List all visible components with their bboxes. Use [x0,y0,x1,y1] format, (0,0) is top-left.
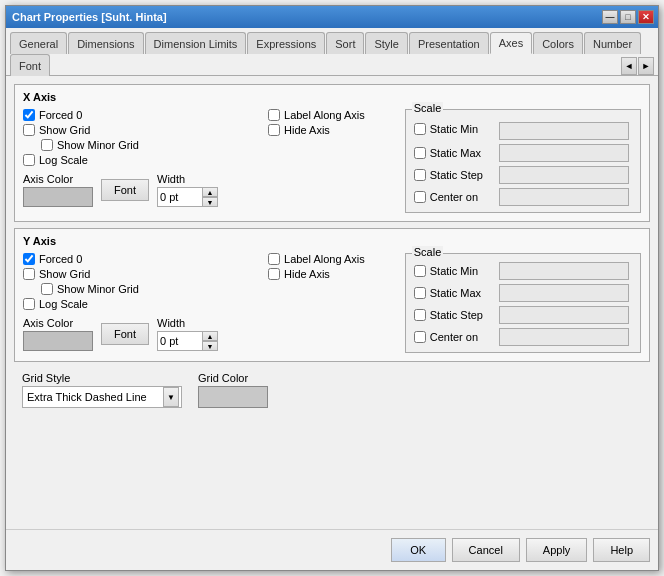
tab-presentation[interactable]: Presentation [409,32,489,54]
y-static-step-row: Static Step [414,306,632,324]
y-hide-axis-checkbox[interactable] [268,268,280,280]
x-center-on-label: Center on [430,191,495,203]
grid-style-section: Grid Style Extra Thick Dashed Line ▼ [22,372,182,408]
x-width-spinner: ▲ ▼ [202,187,218,207]
x-forced-label: Forced 0 [39,109,82,121]
x-font-button[interactable]: Font [101,179,149,201]
y-minor-grid-checkbox[interactable] [41,283,53,295]
y-center-on-checkbox[interactable] [414,331,426,343]
tab-number[interactable]: Number [584,32,641,54]
x-static-step-input[interactable] [499,166,629,184]
x-width-down[interactable]: ▼ [202,197,218,207]
y-static-step-checkbox[interactable] [414,309,426,321]
grid-style-label: Grid Style [22,372,182,384]
x-static-max-checkbox[interactable] [414,147,426,159]
y-width-down[interactable]: ▼ [202,341,218,351]
x-show-grid-checkbox[interactable] [23,124,35,136]
x-width-section: Width ▲ ▼ [157,173,218,207]
y-show-grid-checkbox[interactable] [23,268,35,280]
x-scale-section: Scale Static Min Static Max Static Step [405,109,641,213]
tab-font[interactable]: Font [10,54,50,76]
tab-axes[interactable]: Axes [490,32,532,54]
grid-style-select[interactable]: Extra Thick Dashed Line ▼ [22,386,182,408]
y-center-on-label: Center on [430,331,495,343]
x-hide-axis-row: Hide Axis [268,124,365,136]
title-bar: Chart Properties [Suht. Hinta] — □ ✕ [6,6,658,28]
bottom-buttons: OK Cancel Apply Help [6,529,658,570]
x-show-grid-row: Show Grid [23,124,218,136]
x-minor-grid-checkbox[interactable] [41,139,53,151]
x-width-input-row: ▲ ▼ [157,187,218,207]
y-width-input-row: ▲ ▼ [157,331,218,351]
y-forced-label: Forced 0 [39,253,82,265]
y-static-min-row: Static Min [414,262,632,280]
y-show-grid-row: Show Grid [23,268,218,280]
x-static-step-label: Static Step [430,169,495,181]
y-static-min-label: Static Min [430,265,495,277]
x-scale-label: Scale [412,102,444,114]
x-show-grid-label: Show Grid [39,124,90,136]
x-center-on-checkbox[interactable] [414,191,426,203]
tab-bar: General Dimensions Dimension Limits Expr… [6,28,658,76]
y-forced-checkbox[interactable] [23,253,35,265]
x-width-up[interactable]: ▲ [202,187,218,197]
y-log-scale-checkbox[interactable] [23,298,35,310]
y-static-step-input[interactable] [499,306,629,324]
y-static-min-input[interactable] [499,262,629,280]
x-axis-color-label: Axis Color [23,173,93,185]
x-hide-axis-label: Hide Axis [284,124,330,136]
tab-sort[interactable]: Sort [326,32,364,54]
x-static-max-input[interactable] [499,144,629,162]
tab-expressions[interactable]: Expressions [247,32,325,54]
x-axis-section: X Axis Forced 0 Show Grid [14,84,650,222]
y-static-max-input[interactable] [499,284,629,302]
tab-content: X Axis Forced 0 Show Grid [6,76,658,529]
x-minor-grid-label: Show Minor Grid [57,139,139,151]
y-center-on-input[interactable] [499,328,629,346]
y-label-along-checkbox[interactable] [268,253,280,265]
x-axis-color-box[interactable] [23,187,93,207]
x-static-step-checkbox[interactable] [414,169,426,181]
tab-next-button[interactable]: ► [638,57,654,75]
x-log-scale-checkbox[interactable] [23,154,35,166]
y-static-min-checkbox[interactable] [414,265,426,277]
minimize-button[interactable]: — [602,10,618,24]
tab-style[interactable]: Style [365,32,407,54]
window-title: Chart Properties [Suht. Hinta] [12,11,167,23]
y-static-max-row: Static Max [414,284,632,302]
x-log-scale-label: Log Scale [39,154,88,166]
x-center-on-input[interactable] [499,188,629,206]
x-center-on-row: Center on [414,188,632,206]
y-hide-axis-label: Hide Axis [284,268,330,280]
tab-dimensions[interactable]: Dimensions [68,32,143,54]
tab-dimension-limits[interactable]: Dimension Limits [145,32,247,54]
x-static-min-input[interactable] [499,122,629,140]
x-hide-axis-checkbox[interactable] [268,124,280,136]
y-axis-row: Forced 0 Show Grid Show Minor Grid Log S… [23,253,641,353]
ok-button[interactable]: OK [391,538,446,562]
x-label-along-label: Label Along Axis [284,109,365,121]
y-width-label: Width [157,317,218,329]
tab-colors[interactable]: Colors [533,32,583,54]
maximize-button[interactable]: □ [620,10,636,24]
tab-prev-button[interactable]: ◄ [621,57,637,75]
apply-button[interactable]: Apply [526,538,588,562]
y-axis-color-box[interactable] [23,331,93,351]
x-forced-checkbox[interactable] [23,109,35,121]
y-width-up[interactable]: ▲ [202,331,218,341]
x-width-input[interactable] [157,187,202,207]
y-font-button[interactable]: Font [101,323,149,345]
y-static-max-label: Static Max [430,287,495,299]
y-static-max-checkbox[interactable] [414,287,426,299]
grid-color-box[interactable] [198,386,268,408]
close-button[interactable]: ✕ [638,10,654,24]
tab-general[interactable]: General [10,32,67,54]
x-static-max-row: Static Max [414,144,632,162]
x-static-min-checkbox[interactable] [414,123,426,135]
cancel-button[interactable]: Cancel [452,538,520,562]
y-hide-axis-row: Hide Axis [268,268,365,280]
help-button[interactable]: Help [593,538,650,562]
x-label-along-checkbox[interactable] [268,109,280,121]
x-static-max-label: Static Max [430,147,495,159]
y-width-input[interactable] [157,331,202,351]
